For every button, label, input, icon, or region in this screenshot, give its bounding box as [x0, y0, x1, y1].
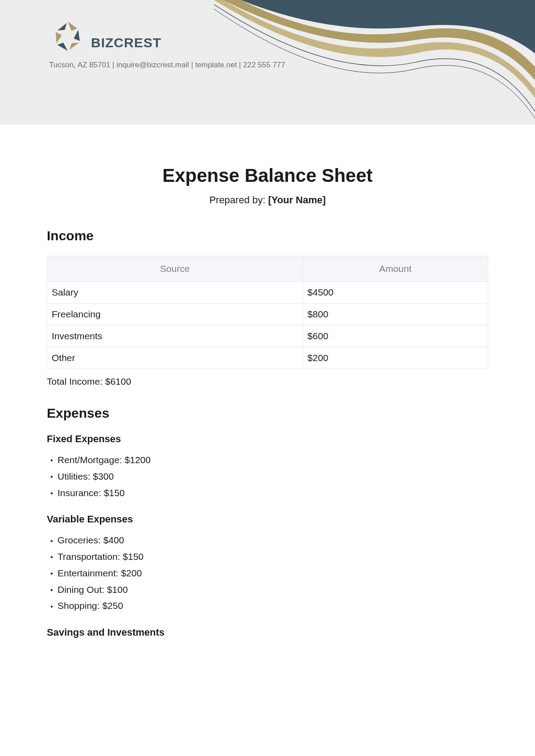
income-table: Source Amount Salary $4500 Freelancing $… [47, 256, 488, 369]
income-amount: $800 [303, 304, 488, 325]
fixed-heading: Fixed Expenses [47, 433, 488, 445]
total-income: Total Income: $6100 [47, 376, 488, 387]
prepared-by: Prepared by: [Your Name] [47, 194, 488, 206]
income-heading: Income [47, 228, 488, 243]
prepared-label: Prepared by: [209, 194, 268, 205]
list-item: Transportation: $150 [50, 549, 488, 565]
page-title: Expense Balance Sheet [47, 165, 488, 186]
table-row: Investments $600 [47, 325, 488, 347]
table-row: Freelancing $800 [47, 304, 488, 325]
list-item: Insurance: $150 [50, 485, 488, 501]
income-source: Freelancing [47, 304, 303, 325]
income-col-amount: Amount [303, 256, 488, 282]
list-item: Entertainment: $200 [50, 565, 488, 582]
brand-name: BIZCREST [91, 35, 161, 50]
logo-icon [49, 18, 86, 55]
list-item: Rent/Mortgage: $1200 [50, 452, 488, 468]
list-item: Utilities: $300 [50, 468, 488, 485]
list-item: Dining Out: $100 [50, 582, 488, 598]
income-col-source: Source [47, 256, 303, 282]
income-source: Salary [47, 282, 303, 304]
fixed-list: Rent/Mortgage: $1200 Utilities: $300 Ins… [47, 452, 488, 501]
logo-block: BIZCREST Tucson, AZ 85701 | inquire@bizc… [49, 18, 285, 70]
expenses-heading: Expenses [47, 406, 488, 421]
list-item: Shopping: $250 [50, 598, 488, 614]
variable-heading: Variable Expenses [47, 514, 488, 525]
table-row: Other $200 [47, 347, 488, 369]
list-item: Groceries: $400 [50, 532, 488, 549]
header-band: BIZCREST Tucson, AZ 85701 | inquire@bizc… [0, 0, 535, 125]
savings-heading: Savings and Investments [47, 627, 488, 638]
income-source: Other [47, 347, 303, 369]
prepared-value: [Your Name] [268, 194, 325, 205]
variable-list: Groceries: $400 Transportation: $150 Ent… [47, 532, 488, 614]
contact-line: Tucson, AZ 85701 | inquire@bizcrest.mail… [49, 61, 285, 70]
income-amount: $600 [303, 325, 488, 347]
document-body: Expense Balance Sheet Prepared by: [Your… [0, 125, 535, 663]
income-amount: $4500 [303, 282, 488, 304]
table-row: Salary $4500 [47, 282, 488, 304]
income-source: Investments [47, 325, 303, 347]
income-amount: $200 [303, 347, 488, 369]
